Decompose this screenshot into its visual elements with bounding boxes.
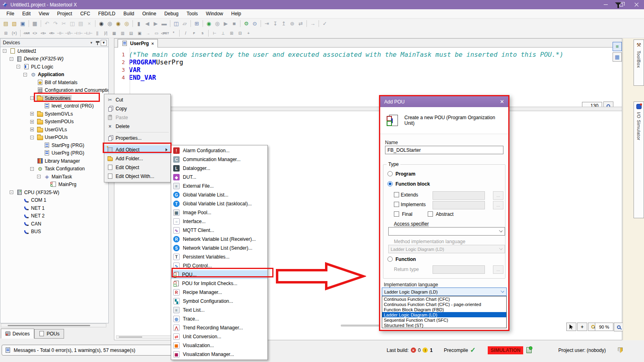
tree-node[interactable]: StartPrg (PRG) <box>43 142 85 149</box>
save-button[interactable]: ▣ <box>19 20 27 28</box>
submenu-item-text-list[interactable]: ≡Text List... <box>171 306 267 314</box>
menu-edit[interactable]: Edit <box>18 10 35 18</box>
textual-view-button[interactable]: ≡ <box>613 42 622 51</box>
expand-icon[interactable]: + <box>30 120 34 124</box>
collapse-icon[interactable]: - <box>10 190 13 194</box>
step-into-button[interactable]: ↧ <box>271 20 280 28</box>
tree-row-com-1[interactable]: COM 1 <box>0 197 108 205</box>
code-line[interactable]: 4END_VAR <box>114 74 622 81</box>
find-button[interactable]: ◉ <box>97 20 106 28</box>
tabular-view-button[interactable]: ▦ <box>613 52 622 62</box>
menu-view[interactable]: View <box>35 10 53 18</box>
tree-row-maintask[interactable]: -◈MainTask <box>0 173 108 181</box>
pou-name-input[interactable] <box>385 146 503 154</box>
edit-object-button[interactable]: ▱ <box>180 20 189 28</box>
properties-button[interactable]: ◫ <box>172 20 180 28</box>
insert-jump-button[interactable]: → <box>144 29 152 37</box>
insert-negated-contact-button[interactable]: ⊣/⊢ <box>64 29 73 37</box>
minimize-button[interactable] <box>598 0 613 9</box>
tree-node[interactable]: ◈MainTask <box>43 174 73 180</box>
tree-row-net-2[interactable]: NET 2 <box>0 212 108 220</box>
tree-row-startprg-prg[interactable]: StartPrg (PRG) <box>0 141 108 149</box>
tree-node[interactable]: BUS <box>22 228 42 235</box>
tree-row-library-manager[interactable]: Library Manager <box>0 157 108 165</box>
implementation-language-combo[interactable]: Ladder Logic Diagram (LD) <box>382 288 507 296</box>
panel-tab-pous[interactable]: POUs <box>34 329 64 339</box>
menu-help[interactable]: Help <box>227 10 245 18</box>
tree-row-level-control-prg[interactable]: level_control (PRG) <box>0 102 108 110</box>
submenu-item-visualization-manager[interactable]: ▦Visualization Manager... <box>171 350 267 359</box>
insert-set-operator-button[interactable]: <S> <box>39 29 48 37</box>
tree-row-application[interactable]: -⚙Application <box>0 71 108 79</box>
context-menu-item-delete[interactable]: ×Delete <box>104 122 170 131</box>
language-option-structured-text-st[interactable]: Structured Text (ST) <box>382 323 506 328</box>
build-button[interactable]: ⚙ <box>242 20 251 28</box>
insert-parallel-negated-contact-button[interactable]: |/| <box>101 29 110 37</box>
tree-node[interactable]: MainPrg <box>50 181 78 188</box>
devices-horizontal-scrollbar[interactable] <box>1 323 106 327</box>
insert-box-above-button[interactable]: ⊟ <box>236 29 244 37</box>
context-menu-item-properties[interactable]: Properties... <box>104 134 170 143</box>
insert-branch-button[interactable]: ⊢ <box>210 29 219 37</box>
code-line[interactable]: 1(*The main code inserted by the user an… <box>114 51 622 58</box>
submenu-item-visualization[interactable]: ▦Visualization... <box>171 341 267 350</box>
expand-icon[interactable]: + <box>30 112 34 116</box>
stop-button[interactable]: ■ <box>230 20 238 28</box>
step-over-button[interactable]: ⇥ <box>263 20 271 28</box>
dialog-title-bar[interactable]: Add POU ✕ <box>380 96 508 107</box>
panel-tab-devices[interactable]: Devices <box>1 329 34 339</box>
pan-button[interactable]: + <box>577 323 587 331</box>
insert-box-parallel-button[interactable]: ▣ <box>135 29 144 37</box>
delete-button[interactable]: × <box>85 20 93 28</box>
return-type-browse-button[interactable]: ... <box>493 265 503 274</box>
extends-checkbox[interactable] <box>394 192 399 197</box>
dock-tab-toolbox[interactable]: ⚒ToolBox <box>634 39 644 86</box>
tree-node[interactable]: level_control (PRG) <box>43 103 95 109</box>
expand-icon[interactable]: + <box>30 128 34 131</box>
language-option-function-block-diagram-fbd[interactable]: Function Block Diagram (FBD) <box>382 307 506 312</box>
submenu-item-dut[interactable]: ◆DUT... <box>171 173 267 182</box>
insert-box-with-en-button[interactable]: ▥ <box>118 29 127 37</box>
tree-row-untitled1[interactable]: -Untitled1 <box>0 47 108 55</box>
tree-node[interactable]: COM 1 <box>22 197 48 203</box>
implements-checkbox[interactable] <box>394 202 399 207</box>
security-shield-icon[interactable] <box>618 348 623 353</box>
menu-file[interactable]: File <box>2 10 18 18</box>
insert-contact-button[interactable]: ⊣⊢ <box>56 29 64 37</box>
submenu-item-datalogger[interactable]: LDatalogger... <box>171 164 267 173</box>
tree-row-cpu-xf325-w[interactable]: -CPU (XF325-W) <box>0 188 108 197</box>
program-radio[interactable] <box>387 171 393 176</box>
declaration-editor[interactable]: 1(*The main code inserted by the user an… <box>114 48 622 107</box>
tree-node[interactable]: PLC Logic <box>22 64 54 70</box>
tab-close-icon[interactable]: × <box>151 41 154 46</box>
tree-row-task-configuration[interactable]: -⚙Task Configuration <box>0 165 108 173</box>
tree-row-bus[interactable]: BUS <box>0 228 108 236</box>
language-option-continuous-function-chart-cfc[interactable]: Continuous Function Chart (CFC) <box>382 296 506 302</box>
tree-row-configuration-and-consumption[interactable]: Configuration and Consumption <box>0 87 108 95</box>
edge-detection-button[interactable]: P <box>190 29 198 37</box>
tree-node[interactable]: SystemPOUs <box>36 118 75 125</box>
select-mode-button[interactable]: + <box>244 29 253 37</box>
tree-row-net-1[interactable]: NET 1 <box>0 204 108 212</box>
find-next-button[interactable]: ◎ <box>106 20 114 28</box>
submenu-item-pou[interactable]: POU... <box>171 270 267 279</box>
submenu-item-global-variable-list[interactable]: GGlobal Variable List... <box>171 190 267 199</box>
menu-build[interactable]: Build <box>120 10 139 18</box>
context-menu-item-edit-object-with[interactable]: Edit Object With... <box>104 172 170 181</box>
tree-row-plc-logic[interactable]: -PLC Logic <box>0 63 108 71</box>
language-option-ladder-logic-diagram-ld[interactable]: Ladder Logic Diagram (LD) <box>382 312 506 317</box>
tree-node[interactable]: UserPOUs <box>36 134 69 141</box>
accept-changes-button[interactable]: ✓ <box>321 20 329 28</box>
context-menu-item-add-folder[interactable]: Add Folder... <box>104 154 170 163</box>
insert-parallel-contact-button[interactable]: || <box>93 29 101 37</box>
submenu-item-pou-for-implicit-checks[interactable]: POU for Implicit Checks... <box>171 279 267 288</box>
submenu-item-pid-control[interactable]: ∿PID Control... <box>171 261 267 270</box>
submenu-item-network-variable-list-sender[interactable]: SNetwork Variable List (Sender)... <box>171 244 267 252</box>
pin-icon[interactable] <box>96 41 99 43</box>
set-reset-button[interactable]: S <box>198 29 207 37</box>
submenu-item-unit-conversion[interactable]: ⇄Unit Conversion... <box>171 332 267 341</box>
submenu-item-interface[interactable]: ○Interface... <box>171 217 267 226</box>
collapse-icon[interactable]: - <box>30 96 34 100</box>
insert-empty-box-button[interactable]: ▤ <box>127 29 135 37</box>
negate-button[interactable]: / <box>181 29 190 37</box>
